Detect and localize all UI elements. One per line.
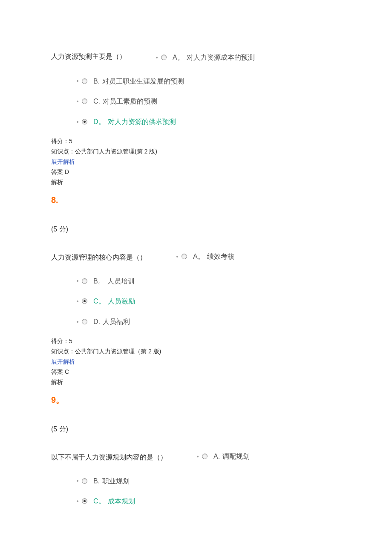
question-row: 人力资源管理的核心内容是（） A。 绩效考核 <box>51 252 341 263</box>
analysis-label: 解析 <box>51 177 341 188</box>
option-b[interactable]: B. 对员工职业生涯发展的预测 <box>77 76 341 87</box>
bullet-icon <box>77 321 78 323</box>
radio-icon <box>82 78 87 84</box>
option-label: A。 <box>173 52 184 63</box>
option-label: D. <box>93 316 100 327</box>
radio-icon <box>182 254 187 259</box>
expand-link[interactable]: 展开解析 <box>51 357 341 367</box>
bullet-icon <box>176 256 178 257</box>
option-a[interactable]: A。 对人力资源成本的预测 <box>156 52 255 63</box>
question-block-8: 人力资源管理的核心内容是（） A。 绩效考核 B。 人员培训 C。 人员激励 D… <box>51 252 341 387</box>
radio-icon-selected <box>82 298 87 304</box>
question-number-8: 8. <box>51 193 341 207</box>
option-list: B。 人员培训 C。 人员激励 D. 人员福利 <box>77 276 341 327</box>
radio-icon-selected <box>82 498 87 504</box>
knowledge-text: 知识点：公共部门人力资源管理（第 2 版) <box>51 347 341 357</box>
option-text: 绩效考核 <box>207 251 234 262</box>
option-text: 人员培训 <box>107 276 135 287</box>
radio-icon <box>82 319 87 324</box>
question-text: 以下不属于人力资源规划内容的是（） <box>51 452 167 463</box>
radio-icon <box>82 478 87 484</box>
option-c[interactable]: C. 对员工素质的预测 <box>77 96 341 107</box>
question-row: 人力资源预测主要是（） A。 对人力资源成本的预测 <box>51 51 341 63</box>
bullet-icon <box>77 121 78 123</box>
option-d[interactable]: D. 人员福利 <box>77 316 341 327</box>
analysis-label: 解析 <box>51 377 341 387</box>
question-block-7: 人力资源预测主要是（） A。 对人力资源成本的预测 B. 对员工职业生涯发展的预… <box>51 51 341 187</box>
option-a[interactable]: A. 调配规划 <box>197 451 250 462</box>
question-text: 人力资源预测主要是（） <box>51 51 126 62</box>
radio-icon <box>82 98 87 104</box>
option-text: 人员激励 <box>108 296 135 307</box>
bullet-icon <box>77 500 78 502</box>
score-text: 得分：5 <box>51 136 341 147</box>
option-c[interactable]: C。 人员激励 <box>77 296 341 307</box>
question-block-9: 以下不属于人力资源规划内容的是（） A. 调配规划 B. 职业规划 C。 成本规… <box>51 452 341 507</box>
option-b[interactable]: B。 人员培训 <box>77 276 341 287</box>
answer-text: 答案 C <box>51 367 341 377</box>
radio-icon <box>82 278 87 284</box>
option-a[interactable]: A。 绩效考核 <box>176 251 234 262</box>
option-label: D。 <box>93 116 105 127</box>
question-text: 人力资源管理的核心内容是（） <box>51 252 147 263</box>
answer-text: 答案 D <box>51 167 341 177</box>
option-text: 对员工职业生涯发展的预测 <box>102 76 184 87</box>
knowledge-text: 知识点：公共部门人力资源管理(第 2 版) <box>51 147 341 157</box>
radio-icon <box>202 454 208 459</box>
points-text: (5 分) <box>51 424 341 435</box>
option-label: C。 <box>93 296 105 307</box>
radio-icon-selected <box>82 119 87 124</box>
option-label: A. <box>213 451 220 462</box>
score-text: 得分：5 <box>51 336 341 347</box>
option-text: 对人力资源成本的预测 <box>187 52 255 63</box>
option-b[interactable]: B. 职业规划 <box>77 476 341 487</box>
bullet-icon <box>77 280 78 282</box>
bullet-icon <box>156 57 158 58</box>
meta-block: 得分：5 知识点：公共部门人力资源管理（第 2 版) 展开解析 答案 C 解析 <box>51 336 341 387</box>
option-text: 对员工素质的预测 <box>103 96 157 107</box>
option-d[interactable]: D。 对人力资源的供求预测 <box>77 116 341 127</box>
question-number-9: 9。 <box>51 393 341 407</box>
option-label: B. <box>93 476 100 487</box>
option-text: 对人力资源的供求预测 <box>108 116 176 127</box>
option-label: C。 <box>93 496 105 507</box>
option-list: B. 职业规划 C。 成本规划 <box>77 476 341 507</box>
bullet-icon <box>197 456 199 457</box>
option-label: B. <box>93 76 100 87</box>
points-text: (5 分) <box>51 224 341 235</box>
option-label: B。 <box>93 276 105 287</box>
bullet-icon <box>77 480 78 482</box>
expand-link[interactable]: 展开解析 <box>51 157 341 167</box>
option-list: B. 对员工职业生涯发展的预测 C. 对员工素质的预测 D。 对人力资源的供求预… <box>77 76 341 127</box>
radio-icon <box>161 55 167 60</box>
bullet-icon <box>77 301 78 302</box>
question-row: 以下不属于人力资源规划内容的是（） A. 调配规划 <box>51 452 341 463</box>
option-label: C. <box>93 96 100 107</box>
option-label: A。 <box>193 251 205 262</box>
option-text: 调配规划 <box>222 451 250 462</box>
meta-block: 得分：5 知识点：公共部门人力资源管理(第 2 版) 展开解析 答案 D 解析 <box>51 136 341 187</box>
bullet-icon <box>77 80 78 82</box>
bullet-icon <box>77 101 78 102</box>
option-c[interactable]: C。 成本规划 <box>77 496 341 507</box>
option-text: 成本规划 <box>108 496 135 507</box>
option-text: 人员福利 <box>103 316 130 327</box>
option-text: 职业规划 <box>102 476 130 487</box>
